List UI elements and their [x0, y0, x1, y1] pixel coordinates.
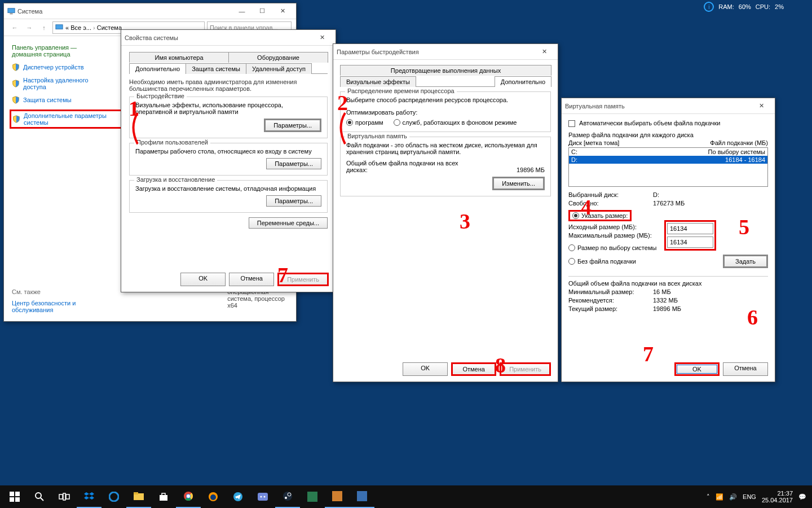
max-size-input[interactable] — [667, 237, 713, 248]
radio-system-managed[interactable]: Размер по выбору системы — [568, 244, 656, 251]
up-icon[interactable]: ↑ — [38, 24, 50, 31]
tab-protection[interactable]: Защита системы — [186, 63, 246, 74]
store-icon[interactable] — [151, 485, 176, 508]
ok-button[interactable]: OK — [403, 362, 448, 376]
radio-custom-size[interactable]: Указать размер: — [568, 210, 632, 221]
close-icon[interactable]: ✕ — [312, 30, 332, 46]
cancel-button[interactable]: Отмена — [451, 362, 496, 376]
language-indicator[interactable]: ENG — [743, 493, 756, 500]
cancel-button[interactable]: Отмена — [229, 273, 274, 286]
perfopts-title-bar[interactable]: Параметры быстродействия ✕ — [333, 44, 558, 60]
auto-manage-checkbox[interactable]: Автоматически выбирать объем файла подка… — [568, 120, 768, 127]
initial-size-input[interactable] — [667, 223, 713, 234]
radio-services[interactable]: служб, работающих в фоновом режиме — [394, 119, 517, 126]
forward-icon[interactable]: → — [23, 24, 36, 31]
svg-point-26 — [264, 496, 266, 498]
notification-icon[interactable]: 💬 — [798, 493, 806, 501]
breadcrumb-a[interactable]: « Все э... — [65, 24, 91, 31]
system-properties-window: Свойства системы ✕ Имя компьютера Оборуд… — [121, 29, 336, 292]
svg-rect-6 — [15, 497, 20, 502]
boot-params-button[interactable]: Параметры... — [266, 195, 321, 207]
performance-params-button[interactable]: Параметры... — [264, 119, 321, 132]
sysprops-title-bar[interactable]: Свойства системы ✕ — [121, 30, 336, 46]
network-icon[interactable]: 📶 — [716, 493, 723, 501]
ok-button[interactable]: OK — [180, 273, 226, 286]
breadcrumb-b[interactable]: Система — [97, 24, 122, 31]
radio-no-pagefile[interactable]: Без файла подкачки — [568, 258, 636, 265]
drive-row-c[interactable]: C: По выбору системы — [569, 148, 767, 156]
svg-rect-10 — [66, 494, 69, 499]
apply-button[interactable]: Применить — [500, 362, 551, 376]
performance-group: Быстродействие Визуальные эффекты, испол… — [129, 97, 328, 138]
svg-point-29 — [285, 497, 287, 499]
free-space-value: 176273 МБ — [653, 200, 685, 207]
back-icon[interactable]: ← — [8, 24, 21, 31]
change-vm-button[interactable]: Изменить... — [492, 177, 545, 190]
tab-computer-name[interactable]: Имя компьютера — [129, 52, 229, 63]
performance-options-window: Параметры быстродействия ✕ Предотвращени… — [333, 43, 558, 382]
minimize-icon[interactable]: — — [232, 3, 252, 19]
chrome-icon[interactable] — [176, 485, 201, 508]
app-icon-1[interactable] — [300, 485, 325, 508]
sysprops-title: Свойства системы — [125, 34, 312, 41]
search-icon[interactable] — [27, 485, 52, 508]
env-vars-button[interactable]: Переменные среды... — [249, 217, 328, 229]
optimize-label: Оптимизировать работу: — [346, 109, 545, 116]
col-pagefile: Файл подкачки (МБ) — [710, 139, 768, 146]
edge-icon[interactable] — [102, 485, 126, 508]
steam-icon[interactable] — [275, 485, 300, 508]
svg-point-27 — [283, 492, 292, 501]
ok-button[interactable]: OK — [674, 362, 720, 376]
tab-adv[interactable]: Дополнительно — [495, 76, 551, 87]
tray-chevron-icon[interactable]: ˄ — [707, 493, 710, 501]
security-center-link[interactable]: Центр безопасности иобслуживания — [12, 300, 76, 313]
system-title: Система — [17, 8, 232, 15]
profiles-params-button[interactable]: Параметры... — [266, 158, 321, 169]
maximize-icon[interactable]: ☐ — [252, 3, 272, 19]
apply-button[interactable]: Применить — [277, 273, 329, 286]
tab-remote[interactable]: Удаленный доступ — [246, 63, 312, 74]
taskview-icon[interactable] — [52, 485, 77, 508]
checkbox-icon — [568, 120, 575, 127]
app-icon-2[interactable] — [325, 485, 350, 508]
shield-icon — [12, 96, 20, 104]
set-button[interactable]: Задать — [723, 255, 768, 268]
app-icon-3[interactable] — [350, 485, 374, 508]
drive-list[interactable]: C: По выбору системы D: 16184 - 16184 — [568, 147, 768, 187]
volume-icon[interactable]: 🔊 — [729, 493, 737, 501]
boot-group: Загрузка и восстановление Загрузка и вос… — [129, 180, 328, 213]
tab-advanced[interactable]: Дополнительно — [129, 63, 186, 74]
shield-icon — [12, 115, 20, 123]
discord-icon[interactable] — [250, 485, 275, 508]
tab-hardware[interactable]: Оборудование — [228, 52, 328, 63]
svg-rect-5 — [10, 497, 14, 502]
close-icon[interactable]: ✕ — [272, 3, 293, 19]
svg-line-8 — [41, 498, 43, 501]
totals-title: Общий объем файла подкачки на всех диска… — [568, 276, 768, 287]
perfopts-title: Параметры быстродействия — [337, 49, 534, 55]
scheduling-group: Распределение времени процессора Выберит… — [340, 91, 551, 132]
cpu-label: CPU: — [756, 3, 770, 10]
explorer-icon[interactable] — [126, 485, 151, 508]
svg-rect-9 — [59, 494, 63, 499]
cancel-button[interactable]: Отмена — [723, 362, 768, 376]
dropbox-icon[interactable] — [77, 485, 102, 508]
system-title-bar[interactable]: Система — ☐ ✕ — [4, 3, 296, 19]
close-icon[interactable]: ✕ — [751, 98, 771, 114]
radio-programs[interactable]: программ — [346, 119, 383, 126]
clock[interactable]: 21:37 25.04.2017 — [762, 490, 793, 503]
tab-dep[interactable]: Предотвращение выполнения данных — [340, 65, 551, 76]
start-button[interactable] — [2, 485, 27, 508]
svg-rect-4 — [15, 492, 20, 496]
admin-note: Необходимо иметь права администратора дл… — [129, 78, 328, 92]
drive-row-d[interactable]: D: 16184 - 16184 — [569, 156, 767, 164]
firefox-icon[interactable] — [201, 485, 226, 508]
svg-rect-15 — [160, 495, 167, 501]
svg-point-12 — [109, 492, 118, 501]
tab-visual[interactable]: Визуальные эффекты — [340, 76, 416, 87]
vm-title-bar[interactable]: Виртуальная память ✕ — [562, 98, 775, 114]
per-drive-title: Размер файла подкачки для каждого диска — [568, 132, 768, 138]
close-icon[interactable]: ✕ — [534, 44, 554, 60]
min-size-value: 16 МБ — [653, 288, 671, 295]
telegram-icon[interactable] — [226, 485, 250, 508]
